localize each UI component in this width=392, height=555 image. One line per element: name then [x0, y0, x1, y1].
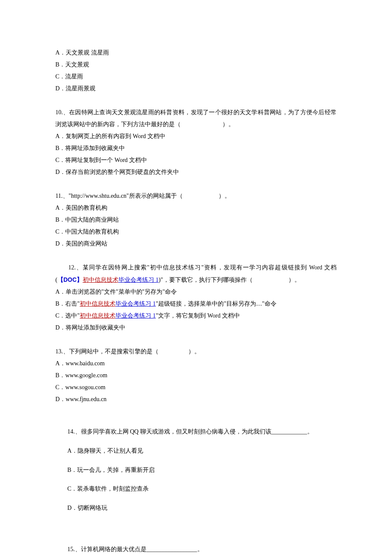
q10-stem: 10.、在因特网上查询天文景观流星雨的科普资料，发现了一个很好的天文学科普网站，… [55, 107, 337, 130]
q12-link-1[interactable]: 初中信息技术毕业会考练习 1 [83, 277, 159, 283]
q10-opt-d: D．保存当前浏览的整个网页到硬盘的文件夹中 [55, 166, 337, 178]
q13-opt-b: B．www.google.com [55, 370, 337, 382]
question-13: 13.、下列网站中，不是搜索引擎的是（ ）。 A．www.baidu.com B… [55, 346, 337, 405]
q14-opt-a: A．隐身聊天，不让别人看见 [55, 442, 337, 461]
q12-opt-c: C．选中"初中信息技术毕业会考练习 1"文字，将它复制到 Word 文档中 [55, 310, 337, 322]
q13-stem: 13.、下列网站中，不是搜索引擎的是（ ）。 [55, 346, 337, 358]
question-10: 10.、在因特网上查询天文景观流星雨的科普资料，发现了一个很好的天文学科普网站，… [55, 107, 337, 178]
q12-link1-red: 初中信息技术 [83, 277, 118, 283]
q12-link-c[interactable]: 初中信息技术毕业会考练习 1 [80, 312, 156, 319]
q11-opt-d: D．美国的商业网站 [55, 238, 337, 250]
q12-optb-red: 初中信息技术 [80, 301, 115, 307]
q11-stem: 11.、"http://www.shtu.edu.cn"所表示的网站属于（ ）。 [55, 190, 337, 202]
q11-opt-b: B．中国大陆的商业网站 [55, 214, 337, 226]
q10-opt-c: C．将网址复制到一个 Word 文档中 [55, 154, 337, 166]
q12-stem-suffix: )"，要下载它，执行下列哪项操作（ ）。 [159, 277, 300, 283]
q11-opt-c: C．中国大陆的教育机构 [55, 226, 337, 238]
q14-stem: 14.、很多同学喜欢上网 QQ 聊天或游戏，但又时刻担心病毒入侵，为此我们该__… [55, 422, 337, 442]
q12-optc-blue: 毕业会考练习 1 [115, 312, 156, 319]
question-15: 15.、计算机网络的最大优点是_________________。 [55, 543, 337, 555]
q14-opt-d: D．切断网络玩 [55, 499, 337, 518]
q12-doc-tag-open: 【 [58, 276, 63, 283]
question-9-options: A．天文景观 流星雨 B．天文景观 C．流星雨 D．流星雨景观 [55, 47, 337, 95]
q13-opt-a: A．www.baidu.com [55, 358, 337, 370]
q12-link-b[interactable]: 初中信息技术毕业会考练习 1 [80, 301, 156, 307]
q9-opt-c: C．流星雨 [55, 71, 337, 83]
q12-optc-suffix: "文字，将它复制到 Word 文档中 [156, 312, 240, 319]
q12-optb-suffix: "超级链接，选择菜单中的"目标另存为…"命令 [156, 301, 277, 307]
q9-opt-d: D．流星雨景观 [55, 83, 337, 95]
q11-opt-a: A．美国的教育机构 [55, 202, 337, 214]
q15-stem: 15.、计算机网络的最大优点是_________________。 [55, 543, 337, 555]
question-14: 14.、很多同学喜欢上网 QQ 聊天或游戏，但又时刻担心病毒入侵，为此我们该__… [55, 422, 337, 518]
q12-link1-blue: 毕业会考练习 1 [118, 277, 159, 283]
q9-opt-b: B．天文景观 [55, 59, 337, 71]
question-11: 11.、"http://www.shtu.edu.cn"所表示的网站属于（ ）。… [55, 190, 337, 250]
q14-opt-b: B．玩一会儿，关掉，再重新开启 [55, 461, 337, 480]
q12-opt-d: D．将网址添加到收藏夹中 [55, 322, 337, 334]
q14-opt-c: C．装杀毒软件，时刻监控查杀 [55, 480, 337, 499]
q13-opt-d: D．www.fjnu.edu.cn [55, 393, 337, 405]
q12-stem: 12.、某同学在因特网上搜索"初中信息技术练习"资料，发现有一学习内容超级链接到… [55, 262, 337, 286]
question-12: 12.、某同学在因特网上搜索"初中信息技术练习"资料，发现有一学习内容超级链接到… [55, 262, 337, 334]
q12-opt-b: B．右击"初中信息技术毕业会考练习 1"超级链接，选择菜单中的"目标另存为…"命… [55, 298, 337, 310]
q12-opt-a: A．单击浏览器的"文件"菜单中的"另存为"命令 [55, 286, 337, 298]
q9-opt-a: A．天文景观 流星雨 [55, 47, 337, 59]
q12-optc-prefix: C．选中" [55, 312, 80, 319]
q12-doc-tag-close: 】 [77, 276, 83, 283]
q13-opt-c: C．www.sogou.com [55, 382, 337, 393]
q12-optb-blue: 毕业会考练习 1 [115, 301, 156, 307]
q10-opt-b: B．将网址添加到收藏夹中 [55, 142, 337, 154]
q12-optc-red: 初中信息技术 [80, 312, 115, 319]
q12-doc-tag-text: DOC [63, 276, 77, 283]
q10-opt-a: A．复制网页上的所有内容到 Word 文档中 [55, 130, 337, 142]
q12-optb-prefix: B．右击" [55, 301, 80, 307]
